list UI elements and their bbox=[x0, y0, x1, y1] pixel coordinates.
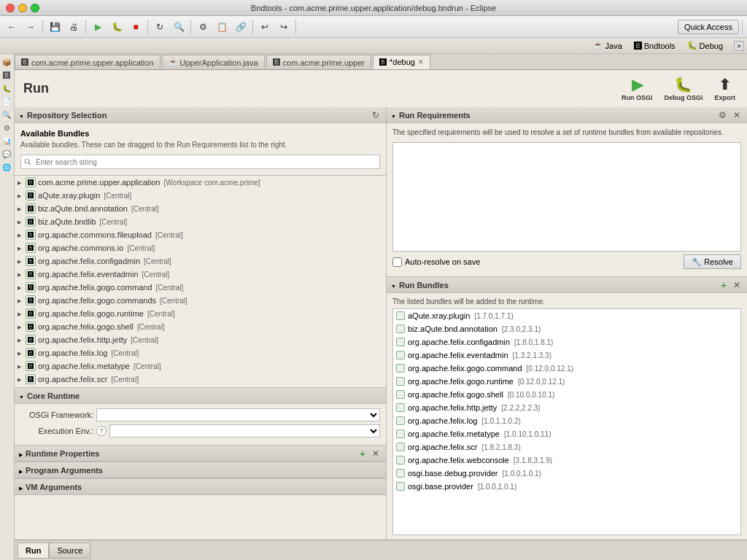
program-args-header[interactable]: Program Arguments bbox=[15, 462, 386, 478]
bundle-item[interactable]: 🅱 biz.aQute.bndlib [Central] bbox=[15, 215, 386, 228]
run-bundle-item[interactable]: org.apache.felix.gogo.shell [0.10.0,0.10… bbox=[393, 388, 740, 401]
side-icon-repos[interactable]: 🅱 bbox=[0, 69, 13, 82]
bundle-item[interactable]: 🅱 biz.aQute.bnd.annotation [Central] bbox=[15, 202, 386, 215]
bottom-tab-source[interactable]: Source bbox=[49, 542, 90, 559]
tab-2[interactable]: 🅱 com.acme.prime.upper bbox=[266, 55, 372, 69]
run-req-chevron bbox=[391, 111, 396, 120]
side-icon-misc2[interactable]: 🔍 bbox=[0, 108, 13, 121]
toolbar-print[interactable]: 🖨 bbox=[65, 19, 82, 35]
tab-1[interactable]: ☕ UpperApplication.java bbox=[162, 55, 265, 69]
runtime-props-add[interactable]: + bbox=[357, 448, 368, 459]
minimize-button[interactable] bbox=[18, 4, 27, 12]
close-button[interactable] bbox=[6, 4, 15, 12]
bundle-item[interactable]: 🅱 org.apache.felix.metatype [Central] bbox=[15, 359, 386, 373]
bundle-item[interactable]: 🅱 org.apache.felix.log [Central] bbox=[15, 346, 386, 359]
runtime-props-header[interactable]: Runtime Properties + ✕ bbox=[15, 446, 386, 462]
run-bundle-item[interactable]: org.apache.felix.log [1.0.1,1.0.2) bbox=[393, 414, 740, 427]
bundle-item[interactable]: 🅱 aQute.xray.plugin [Central] bbox=[15, 189, 386, 202]
run-bundles-header[interactable]: Run Bundles + ✕ bbox=[387, 277, 747, 293]
repo-selection-header[interactable]: Repository Selection ↻ bbox=[15, 107, 386, 123]
toolbar-redo[interactable]: ↪ bbox=[275, 19, 293, 35]
side-icon-misc4[interactable]: 📊 bbox=[0, 134, 13, 147]
run-bundle-item[interactable]: biz.aQute.bnd.annotation [2.3.0,2.3.1) bbox=[393, 322, 740, 335]
bundle-arrow bbox=[18, 298, 23, 304]
bundles-list[interactable]: 🅱 com.acme.prime.upper.application [Work… bbox=[15, 176, 386, 387]
run-bundle-item[interactable]: osgi.base.debug.provider [1.0.0,1.0.1) bbox=[393, 467, 740, 480]
resolve-button[interactable]: 🔧 Resolve bbox=[684, 254, 741, 269]
perspective-bndtools[interactable]: 🅱 Bndtools bbox=[629, 39, 681, 52]
execution-env-help[interactable]: ? bbox=[96, 426, 107, 436]
toolbar-misc1[interactable]: ⚙ bbox=[194, 19, 212, 35]
vm-args-header[interactable]: VM Arguments bbox=[15, 479, 386, 495]
export-button[interactable]: ⬆ Export bbox=[711, 74, 738, 103]
run-bundle-item[interactable]: org.apache.felix.http.jetty [2.2.2,2.2.3… bbox=[393, 401, 740, 414]
run-bundle-item[interactable]: org.apache.felix.gogo.runtime [0.12.0,0.… bbox=[393, 375, 740, 388]
maximize-button[interactable] bbox=[31, 4, 39, 12]
bundle-item[interactable]: 🅱 org.apache.felix.http.jetty [Central] bbox=[15, 333, 386, 346]
run-bundle-item[interactable]: org.apache.felix.scr [1.8.2,1.8.3) bbox=[393, 440, 740, 454]
run-bundle-item[interactable]: org.apache.felix.gogo.command [0.12.0,0.… bbox=[393, 362, 740, 375]
bundle-item[interactable]: 🅱 com.acme.prime.upper.application [Work… bbox=[15, 176, 386, 189]
side-icon-misc6[interactable]: 🌐 bbox=[0, 160, 13, 174]
bundle-search-input[interactable] bbox=[20, 155, 380, 169]
bundle-item[interactable]: 🅱 org.apache.felix.gogo.command [Central… bbox=[15, 281, 386, 294]
perspective-overflow[interactable]: » bbox=[734, 41, 744, 51]
run-bundle-item[interactable]: org.apache.felix.configadmin [1.8.0,1.8.… bbox=[393, 335, 740, 349]
side-icons: 📦 🅱 🐛 📄 🔍 ⚙ 📊 💬 🌐 bbox=[0, 54, 15, 560]
perspective-java[interactable]: ☕ Java bbox=[588, 39, 627, 52]
run-bundles-remove[interactable]: ✕ bbox=[731, 279, 743, 291]
bundle-item[interactable]: 🅱 org.apache.felix.gogo.runtime [Central… bbox=[15, 307, 386, 320]
side-icon-misc5[interactable]: 💬 bbox=[0, 147, 13, 160]
auto-resolve-label[interactable]: Auto-resolve on save bbox=[392, 257, 480, 267]
toolbar-debug[interactable]: 🐛 bbox=[108, 19, 125, 35]
toolbar-refresh[interactable]: ↻ bbox=[151, 19, 169, 35]
bundle-item[interactable]: 🅱 org.apache.felix.gogo.shell [Central] bbox=[15, 320, 386, 333]
bottom-tab-run[interactable]: Run bbox=[18, 542, 49, 559]
run-bundle-item[interactable]: osgi.base.provider [1.0.0,1.0.1) bbox=[393, 480, 740, 493]
toolbar-forward[interactable]: → bbox=[22, 19, 39, 35]
run-osgi-button[interactable]: ▶ Run OSGi bbox=[619, 74, 656, 103]
run-req-gear[interactable]: ⚙ bbox=[716, 109, 728, 121]
perspective-debug[interactable]: 🐛 Debug bbox=[682, 39, 728, 52]
debug-osgi-button[interactable]: 🐛 Debug OSGi bbox=[661, 74, 705, 103]
tab-3[interactable]: 🅱 *debug ✕ bbox=[373, 55, 430, 69]
quick-access-button[interactable]: Quick Access bbox=[678, 20, 739, 34]
side-icon-misc3[interactable]: ⚙ bbox=[0, 121, 13, 134]
bundle-item[interactable]: 🅱 org.apache.commons.io [Central] bbox=[15, 241, 386, 254]
auto-resolve-checkbox[interactable] bbox=[392, 257, 402, 267]
tab-close-3[interactable]: ✕ bbox=[418, 58, 424, 66]
req-list-area[interactable] bbox=[392, 142, 741, 252]
toolbar-stop[interactable]: ■ bbox=[127, 19, 144, 35]
toolbar-save[interactable]: 💾 bbox=[46, 19, 63, 35]
toolbar-misc3[interactable]: 🔗 bbox=[232, 19, 249, 35]
run-requirements-header[interactable]: Run Requirements ⚙ ✕ bbox=[387, 107, 747, 123]
run-bundles-add[interactable]: + bbox=[718, 279, 729, 291]
side-icon-packages[interactable]: 📦 bbox=[0, 55, 13, 69]
run-bundles-list[interactable]: aQute.xray.plugin [1.7.0,1.7.1) biz.aQut… bbox=[392, 308, 741, 535]
osgi-framework-select[interactable] bbox=[96, 408, 380, 421]
run-bundle-item[interactable]: org.apache.felix.metatype [1.0.10,1.0.11… bbox=[393, 427, 740, 440]
toolbar-undo[interactable]: ↩ bbox=[256, 19, 274, 35]
core-runtime-header[interactable]: Core Runtime bbox=[15, 388, 386, 404]
bundle-name: org.apache.felix.log bbox=[38, 349, 107, 357]
run-bundle-item[interactable]: aQute.xray.plugin [1.7.0,1.7.1) bbox=[393, 309, 740, 322]
bundle-item[interactable]: 🅱 org.apache.felix.scr [Central] bbox=[15, 373, 386, 386]
toolbar-run[interactable]: ▶ bbox=[89, 19, 107, 35]
bundle-item[interactable]: 🅱 org.apache.felix.gogo.commands [Centra… bbox=[15, 294, 386, 307]
bundle-item[interactable]: 🅱 org.apache.commons.fileupload [Central… bbox=[15, 228, 386, 241]
run-req-close[interactable]: ✕ bbox=[731, 109, 743, 121]
toolbar-back[interactable]: ← bbox=[3, 19, 20, 35]
toolbar-misc2[interactable]: 📋 bbox=[213, 19, 231, 35]
runtime-props-remove[interactable]: ✕ bbox=[370, 448, 382, 459]
side-icon-debug[interactable]: 🐛 bbox=[0, 82, 13, 95]
bundle-item[interactable]: 🅱 org.apache.felix.configadmin [Central] bbox=[15, 254, 386, 268]
tab-0[interactable]: 🅱 com.acme.prime.upper.application bbox=[15, 55, 160, 69]
repo-refresh-icon[interactable]: ↻ bbox=[370, 109, 382, 121]
run-bundle-item[interactable]: org.apache.felix.eventadmin [1.3.2,1.3.3… bbox=[393, 349, 740, 362]
run-bundle-item[interactable]: org.apache.felix.webconsole [3.1.8,3.1.9… bbox=[393, 454, 740, 467]
toolbar-search[interactable]: 🔍 bbox=[170, 19, 187, 35]
window-controls[interactable] bbox=[6, 4, 39, 12]
side-icon-misc1[interactable]: 📄 bbox=[0, 95, 13, 108]
bundle-item[interactable]: 🅱 org.apache.felix.eventadmin [Central] bbox=[15, 268, 386, 281]
execution-env-select[interactable] bbox=[109, 424, 380, 438]
